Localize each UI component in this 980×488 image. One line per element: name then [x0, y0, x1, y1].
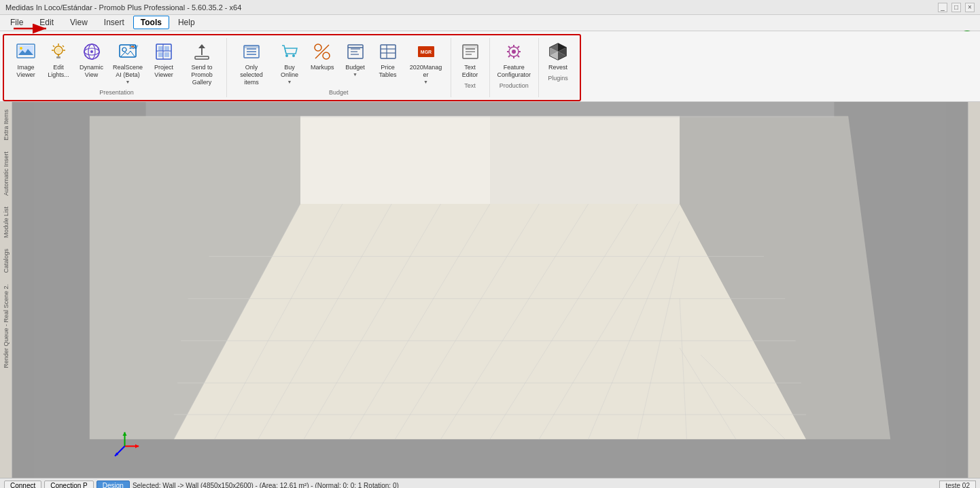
- svg-point-5: [20, 47, 22, 50]
- realscene-ai-label: RealSceneAI (Beta): [113, 64, 143, 79]
- plugins-group-label: Plugins: [548, 75, 568, 83]
- image-viewer-label: ImageViewer: [16, 64, 35, 79]
- svg-rect-11: [56, 56, 60, 58]
- connection-p-button[interactable]: Conection P: [44, 481, 93, 488]
- send-to-gallery-label: Send toPromob Gallery: [185, 64, 219, 86]
- send-to-gallery-icon: [191, 41, 213, 63]
- viewport-area: [12, 102, 968, 478]
- revest-button[interactable]: Revest: [543, 38, 573, 73]
- svg-text:MGR: MGR: [420, 50, 431, 54]
- markups-icon: [311, 41, 333, 63]
- buy-online-button[interactable]: BuyOnline ▼: [275, 38, 304, 86]
- realscene-ai-button[interactable]: 360° RealSceneAI (Beta) ▼: [109, 38, 146, 86]
- 2020manager-label: 2020Manager: [409, 64, 443, 79]
- image-viewer-icon: [15, 41, 37, 63]
- project-viewer-button[interactable]: ProjectViewer: [149, 38, 179, 81]
- svg-rect-32: [195, 56, 209, 59]
- svg-point-12: [56, 48, 61, 53]
- menu-edit[interactable]: Edit: [32, 16, 61, 29]
- only-selected-button[interactable]: Onlyselected items: [231, 38, 272, 88]
- svg-line-13: [53, 46, 54, 47]
- menu-bar: File Edit View Insert Tools Help: [0, 15, 205, 31]
- sidebar-module-list[interactable]: Module List: [1, 202, 12, 243]
- only-selected-icon: [241, 41, 262, 63]
- budget-buttons: Onlyselected items BuyOnline ▼: [231, 38, 447, 88]
- text-group-label: Text: [464, 82, 476, 90]
- menu-file[interactable]: File: [3, 16, 31, 29]
- svg-point-40: [315, 44, 321, 51]
- svg-rect-37: [244, 46, 259, 48]
- connect-button[interactable]: Connect: [4, 481, 41, 488]
- budget-label: Budget: [345, 64, 365, 71]
- svg-point-21: [122, 48, 126, 52]
- svg-point-19: [90, 50, 93, 53]
- ribbon-group-production: FeatureConfigurator Production: [490, 38, 540, 97]
- buy-online-label: BuyOnline: [281, 64, 298, 79]
- revest-label: Revest: [548, 64, 567, 71]
- svg-point-60: [512, 50, 516, 54]
- only-selected-label: Onlyselected items: [234, 64, 268, 86]
- teste-button[interactable]: teste 02: [939, 481, 976, 488]
- dynamic-view-icon: [81, 41, 103, 63]
- price-tables-label: PriceTables: [379, 64, 397, 79]
- sidebar-catalogs[interactable]: Catalogs: [1, 244, 12, 278]
- window-controls[interactable]: _ □ ×: [938, 3, 975, 12]
- svg-rect-58: [463, 45, 478, 48]
- 2020manager-icon: MGR: [415, 41, 437, 63]
- svg-marker-98: [490, 116, 680, 204]
- budget-dropdown: ▼: [353, 72, 357, 77]
- sidebar-render-queue[interactable]: Render Queue - Real Scene 2.: [1, 279, 12, 373]
- edit-lights-button[interactable]: EditLights...: [43, 38, 73, 81]
- budget-button[interactable]: Budget ▼: [340, 38, 370, 79]
- markups-button[interactable]: Markups: [307, 38, 338, 73]
- svg-line-14: [63, 46, 64, 47]
- menu-tools[interactable]: Tools: [133, 16, 169, 29]
- revest-icon: [547, 41, 569, 63]
- ribbon-group-plugins: Revest Plugins: [539, 38, 577, 97]
- left-sidebar: Extra Items Automatic Insert Module List…: [0, 102, 12, 478]
- svg-marker-97: [300, 116, 490, 204]
- svg-point-39: [292, 54, 295, 57]
- close-button[interactable]: ×: [965, 3, 975, 12]
- maximize-button[interactable]: □: [951, 3, 961, 12]
- svg-rect-24: [158, 46, 163, 51]
- text-buttons: TextEditor: [455, 38, 485, 81]
- title-bar: Medidas In Loco/Estándar - Promob Plus P…: [0, 0, 980, 15]
- svg-line-67: [518, 46, 520, 48]
- svg-line-65: [508, 46, 510, 48]
- dynamic-view-button[interactable]: DynamicView: [76, 38, 107, 81]
- text-editor-button[interactable]: TextEditor: [455, 38, 485, 81]
- menu-view[interactable]: View: [63, 16, 95, 29]
- design-button[interactable]: Design: [97, 481, 130, 488]
- svg-line-42: [315, 45, 329, 58]
- svg-point-41: [323, 52, 330, 59]
- menu-help[interactable]: Help: [171, 16, 203, 29]
- send-to-gallery-button[interactable]: Send toPromob Gallery: [181, 38, 222, 88]
- ribbon-toolbar: ImageViewer: [0, 31, 980, 102]
- svg-rect-48: [381, 45, 396, 58]
- menu-insert[interactable]: Insert: [97, 16, 132, 29]
- svg-rect-26: [158, 52, 163, 57]
- right-sidebar: [968, 102, 980, 478]
- project-viewer-icon: [153, 41, 175, 63]
- feature-configurator-icon: [503, 41, 525, 63]
- text-editor-icon: [459, 41, 481, 63]
- image-viewer-button[interactable]: ImageViewer: [11, 38, 41, 81]
- svg-rect-27: [164, 52, 169, 57]
- feature-configurator-button[interactable]: FeatureConfigurator: [494, 38, 535, 81]
- production-group-label: Production: [500, 82, 529, 90]
- 2020manager-button[interactable]: MGR 2020Manager ▼: [406, 38, 447, 86]
- price-tables-button[interactable]: PriceTables: [373, 38, 403, 81]
- svg-point-38: [285, 54, 288, 57]
- sidebar-extra-items[interactable]: Extra Items: [1, 105, 12, 145]
- main-layout: Extra Items Automatic Insert Module List…: [0, 102, 980, 478]
- budget-icon: [345, 41, 366, 63]
- 3d-room-view: [12, 102, 968, 478]
- sidebar-automatic-insert[interactable]: Automatic Insert: [1, 147, 12, 201]
- svg-rect-101: [146, 102, 835, 118]
- production-buttons: FeatureConfigurator: [494, 38, 535, 81]
- minimize-button[interactable]: _: [938, 3, 947, 12]
- realscene-dropdown-arrow: ▼: [126, 80, 130, 84]
- price-tables-icon: [377, 41, 399, 63]
- 2020manager-dropdown: ▼: [423, 80, 428, 84]
